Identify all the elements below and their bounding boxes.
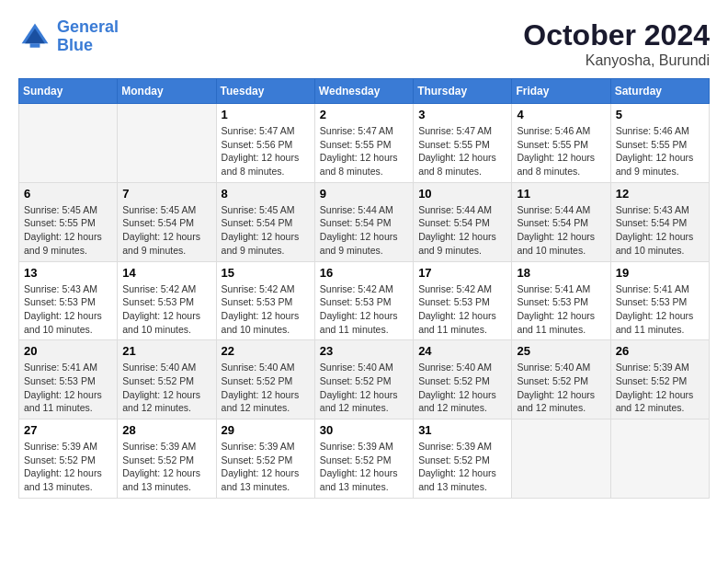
calendar-table: SundayMondayTuesdayWednesdayThursdayFrid… <box>18 78 710 499</box>
calendar-cell: 21Sunrise: 5:40 AMSunset: 5:52 PMDayligh… <box>118 340 216 419</box>
calendar-cell <box>118 104 216 183</box>
day-detail: Sunrise: 5:40 AMSunset: 5:52 PMDaylight:… <box>517 361 605 415</box>
day-number: 19 <box>616 266 704 280</box>
day-number: 6 <box>24 187 112 201</box>
calendar-cell <box>512 419 610 499</box>
day-number: 21 <box>122 344 210 358</box>
day-detail: Sunrise: 5:46 AMSunset: 5:55 PMDaylight:… <box>616 124 704 178</box>
weekday-header: Saturday <box>610 79 709 104</box>
day-detail: Sunrise: 5:45 AMSunset: 5:54 PMDaylight:… <box>122 203 210 258</box>
day-number: 11 <box>517 187 605 201</box>
day-number: 12 <box>616 187 704 201</box>
calendar-cell: 5Sunrise: 5:46 AMSunset: 5:55 PMDaylight… <box>610 104 709 183</box>
calendar-cell: 11Sunrise: 5:44 AMSunset: 5:54 PMDayligh… <box>512 182 610 261</box>
day-number: 24 <box>418 344 506 358</box>
weekday-header: Monday <box>118 79 216 104</box>
calendar-cell: 20Sunrise: 5:41 AMSunset: 5:53 PMDayligh… <box>19 340 118 419</box>
day-number: 14 <box>122 266 210 280</box>
day-number: 5 <box>616 108 704 121</box>
day-number: 18 <box>517 266 605 280</box>
day-number: 26 <box>616 344 704 358</box>
day-number: 28 <box>122 423 210 437</box>
calendar-cell: 16Sunrise: 5:42 AMSunset: 5:53 PMDayligh… <box>314 261 413 340</box>
calendar-cell: 2Sunrise: 5:47 AMSunset: 5:55 PMDaylight… <box>314 104 413 183</box>
calendar-cell: 24Sunrise: 5:40 AMSunset: 5:52 PMDayligh… <box>414 340 512 419</box>
day-detail: Sunrise: 5:43 AMSunset: 5:54 PMDaylight:… <box>616 203 704 258</box>
day-number: 2 <box>320 108 408 121</box>
day-detail: Sunrise: 5:40 AMSunset: 5:52 PMDaylight:… <box>320 361 408 415</box>
day-detail: Sunrise: 5:42 AMSunset: 5:53 PMDaylight:… <box>222 282 310 337</box>
calendar-cell: 8Sunrise: 5:45 AMSunset: 5:54 PMDaylight… <box>216 182 314 261</box>
calendar-cell: 3Sunrise: 5:47 AMSunset: 5:55 PMDaylight… <box>414 104 512 183</box>
calendar-cell: 22Sunrise: 5:40 AMSunset: 5:52 PMDayligh… <box>216 340 314 419</box>
calendar-cell: 7Sunrise: 5:45 AMSunset: 5:54 PMDaylight… <box>118 182 216 261</box>
day-detail: Sunrise: 5:42 AMSunset: 5:53 PMDaylight:… <box>418 282 506 337</box>
calendar-cell: 10Sunrise: 5:44 AMSunset: 5:54 PMDayligh… <box>414 182 512 261</box>
logo-line1: General <box>57 17 119 36</box>
day-number: 8 <box>222 187 310 201</box>
calendar-cell: 29Sunrise: 5:39 AMSunset: 5:52 PMDayligh… <box>216 419 314 499</box>
day-detail: Sunrise: 5:47 AMSunset: 5:56 PMDaylight:… <box>222 124 310 178</box>
day-detail: Sunrise: 5:39 AMSunset: 5:52 PMDaylight:… <box>418 440 506 494</box>
month-title: October 2024 <box>523 18 710 52</box>
day-detail: Sunrise: 5:39 AMSunset: 5:52 PMDaylight:… <box>24 440 112 494</box>
calendar-cell: 13Sunrise: 5:43 AMSunset: 5:53 PMDayligh… <box>19 261 118 340</box>
day-number: 23 <box>320 344 408 358</box>
day-number: 7 <box>122 187 210 201</box>
calendar-cell: 19Sunrise: 5:41 AMSunset: 5:53 PMDayligh… <box>610 261 709 340</box>
day-number: 3 <box>418 108 506 121</box>
day-number: 10 <box>418 187 506 201</box>
day-detail: Sunrise: 5:46 AMSunset: 5:55 PMDaylight:… <box>517 124 605 178</box>
calendar-cell: 9Sunrise: 5:44 AMSunset: 5:54 PMDaylight… <box>314 182 413 261</box>
calendar-header-row: SundayMondayTuesdayWednesdayThursdayFrid… <box>19 79 710 104</box>
location-subtitle: Kanyosha, Burundi <box>523 52 710 69</box>
day-detail: Sunrise: 5:47 AMSunset: 5:55 PMDaylight:… <box>418 124 506 178</box>
day-detail: Sunrise: 5:47 AMSunset: 5:55 PMDaylight:… <box>320 124 408 178</box>
calendar-cell: 28Sunrise: 5:39 AMSunset: 5:52 PMDayligh… <box>118 419 216 499</box>
day-detail: Sunrise: 5:45 AMSunset: 5:55 PMDaylight:… <box>24 203 112 258</box>
logo-icon <box>18 20 51 53</box>
day-number: 15 <box>222 266 310 280</box>
day-detail: Sunrise: 5:39 AMSunset: 5:52 PMDaylight:… <box>616 361 704 415</box>
weekday-header: Sunday <box>19 79 118 104</box>
calendar-week-row: 20Sunrise: 5:41 AMSunset: 5:53 PMDayligh… <box>19 340 710 419</box>
day-detail: Sunrise: 5:44 AMSunset: 5:54 PMDaylight:… <box>517 203 605 258</box>
day-number: 16 <box>320 266 408 280</box>
day-detail: Sunrise: 5:39 AMSunset: 5:52 PMDaylight:… <box>320 440 408 494</box>
day-detail: Sunrise: 5:44 AMSunset: 5:54 PMDaylight:… <box>320 203 408 258</box>
day-number: 22 <box>222 344 310 358</box>
day-number: 20 <box>24 344 112 358</box>
calendar-week-row: 27Sunrise: 5:39 AMSunset: 5:52 PMDayligh… <box>19 419 710 499</box>
day-detail: Sunrise: 5:40 AMSunset: 5:52 PMDaylight:… <box>418 361 506 415</box>
day-detail: Sunrise: 5:41 AMSunset: 5:53 PMDaylight:… <box>616 282 704 337</box>
calendar-cell: 17Sunrise: 5:42 AMSunset: 5:53 PMDayligh… <box>414 261 512 340</box>
day-detail: Sunrise: 5:43 AMSunset: 5:53 PMDaylight:… <box>24 282 112 337</box>
day-detail: Sunrise: 5:45 AMSunset: 5:54 PMDaylight:… <box>222 203 310 258</box>
day-detail: Sunrise: 5:40 AMSunset: 5:52 PMDaylight:… <box>222 361 310 415</box>
day-number: 17 <box>418 266 506 280</box>
day-detail: Sunrise: 5:41 AMSunset: 5:53 PMDaylight:… <box>24 361 112 415</box>
calendar-cell: 6Sunrise: 5:45 AMSunset: 5:55 PMDaylight… <box>19 182 118 261</box>
calendar-cell <box>19 104 118 183</box>
calendar-week-row: 13Sunrise: 5:43 AMSunset: 5:53 PMDayligh… <box>19 261 710 340</box>
calendar-cell: 31Sunrise: 5:39 AMSunset: 5:52 PMDayligh… <box>414 419 512 499</box>
logo: General Blue <box>18 18 119 55</box>
day-detail: Sunrise: 5:44 AMSunset: 5:54 PMDaylight:… <box>418 203 506 258</box>
day-number: 9 <box>320 187 408 201</box>
calendar-cell: 15Sunrise: 5:42 AMSunset: 5:53 PMDayligh… <box>216 261 314 340</box>
calendar-cell: 23Sunrise: 5:40 AMSunset: 5:52 PMDayligh… <box>314 340 413 419</box>
day-detail: Sunrise: 5:39 AMSunset: 5:52 PMDaylight:… <box>222 440 310 494</box>
day-detail: Sunrise: 5:41 AMSunset: 5:53 PMDaylight:… <box>517 282 605 337</box>
calendar-cell: 18Sunrise: 5:41 AMSunset: 5:53 PMDayligh… <box>512 261 610 340</box>
day-number: 31 <box>418 423 506 437</box>
day-detail: Sunrise: 5:40 AMSunset: 5:52 PMDaylight:… <box>122 361 210 415</box>
page-header: General Blue October 2024 Kanyosha, Buru… <box>18 18 710 69</box>
day-detail: Sunrise: 5:42 AMSunset: 5:53 PMDaylight:… <box>122 282 210 337</box>
calendar-cell: 14Sunrise: 5:42 AMSunset: 5:53 PMDayligh… <box>118 261 216 340</box>
weekday-header: Friday <box>512 79 610 104</box>
calendar-cell: 26Sunrise: 5:39 AMSunset: 5:52 PMDayligh… <box>610 340 709 419</box>
weekday-header: Wednesday <box>314 79 413 104</box>
calendar-week-row: 1Sunrise: 5:47 AMSunset: 5:56 PMDaylight… <box>19 104 710 183</box>
calendar-cell: 1Sunrise: 5:47 AMSunset: 5:56 PMDaylight… <box>216 104 314 183</box>
calendar-cell <box>610 419 709 499</box>
